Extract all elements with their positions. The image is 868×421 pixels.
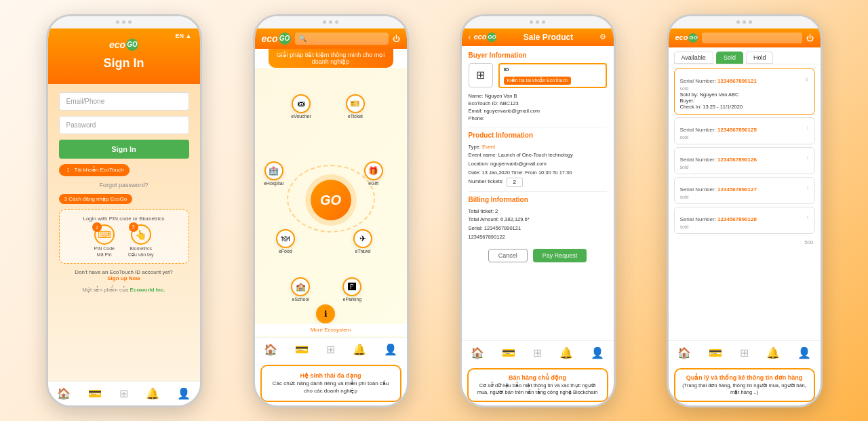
phone-4-topbar bbox=[669, 16, 821, 28]
product-details: Type: Event Event name: Launch of One-To… bbox=[469, 143, 607, 187]
cancel-button[interactable]: Cancel bbox=[488, 249, 528, 262]
phone-3-bottom-nav: 🏠 💳 ⊞ 🔔 👤 bbox=[462, 340, 614, 365]
p4-power-icon[interactable]: ⏻ bbox=[806, 34, 814, 42]
p3-desc-box: Bán hàng chủ động Cơ sở dữ liệu bảo mật … bbox=[467, 368, 608, 402]
phone-1-body: Email/Phone Password Sign In 1 Tài khoản… bbox=[48, 84, 200, 381]
pay-request-button[interactable]: Pay Request bbox=[533, 249, 587, 262]
phone-2-screen: eco GO 🔍 ⏻ Giải pháp tiết kiệm thông min… bbox=[255, 28, 407, 405]
node-evoucher[interactable]: 🎟 eVoucher bbox=[291, 94, 311, 119]
tab-available[interactable]: Available bbox=[674, 52, 713, 64]
nav-scan-4[interactable]: ⊞ bbox=[740, 346, 749, 359]
phone-2-topbar bbox=[255, 16, 407, 28]
taokoan-badge[interactable]: 1 Tài khoản EcoTouch bbox=[59, 164, 130, 176]
email-input[interactable]: Email/Phone bbox=[59, 92, 189, 111]
nav-bell-icon[interactable]: 🔔 bbox=[146, 387, 159, 400]
taokoan-label: Tài khoản EcoTouch bbox=[75, 167, 124, 173]
p1-logo: eco GO bbox=[109, 39, 138, 51]
forgot-password[interactable]: Forgot password? bbox=[59, 182, 189, 188]
nav-home-icon[interactable]: 🏠 bbox=[57, 387, 71, 400]
chevron-1: ∨ bbox=[804, 75, 809, 83]
node-efood[interactable]: 🍽 eFood bbox=[276, 229, 295, 254]
password-input[interactable]: Password bbox=[59, 116, 189, 134]
node-eticket[interactable]: 🎫 eTicket bbox=[346, 94, 365, 119]
p3-header: ‹ eco GO Sale Product ⚙ bbox=[462, 28, 614, 46]
buyer-info-title: Buyer Information bbox=[469, 52, 607, 59]
id-box: ID Kiểm tra tài khoản EcoTouch bbox=[498, 63, 607, 88]
verify-ecotouch-btn[interactable]: Kiểm tra tài khoản EcoTouch bbox=[504, 77, 571, 85]
buyer-details: Name: Nguyen Van B EcoTouch ID: ABC123 E… bbox=[469, 92, 607, 123]
p2-desc-text: Các chức năng dành riêng và miễn phí toà… bbox=[269, 380, 393, 395]
tickets-input[interactable] bbox=[507, 178, 523, 187]
nav-bell-icon-2[interactable]: 🔔 bbox=[353, 343, 366, 356]
chevron-5: › bbox=[806, 214, 808, 221]
p4-body: Available Sold Hold Serial Number: 12345… bbox=[669, 47, 821, 340]
qr-icon[interactable]: ⊞ bbox=[469, 63, 493, 87]
chevron-3: › bbox=[806, 154, 808, 161]
bio-label: Biometrics bbox=[130, 246, 152, 251]
serial-item-4[interactable]: Serial Number: 1234567890127 › sold bbox=[674, 177, 815, 204]
p2-search-icon: 🔍 bbox=[299, 35, 307, 42]
nav-wallet-4[interactable]: 💳 bbox=[709, 346, 722, 359]
nav-home-4[interactable]: 🏠 bbox=[677, 346, 691, 359]
p2-search-bar[interactable]: 🔍 bbox=[295, 33, 389, 45]
p3-body: Buyer Information ⊞ ID Kiểm tra tài khoả… bbox=[462, 46, 614, 340]
dot1 bbox=[116, 20, 119, 24]
bio-option: 3 👆 Biometrics Dấu vân tay bbox=[128, 224, 153, 258]
phone-4-bottom-nav: 🏠 💳 ⊞ 🔔 👤 bbox=[669, 340, 821, 365]
p3-back-btn[interactable]: ‹ bbox=[469, 33, 471, 42]
nav-bell-3[interactable]: 🔔 bbox=[559, 346, 573, 359]
p3-settings-icon[interactable]: ⚙ bbox=[599, 33, 606, 41]
buyer-info-row: ⊞ ID Kiểm tra tài khoản EcoTouch bbox=[469, 63, 607, 88]
id-label: ID bbox=[504, 66, 601, 73]
node-etravel[interactable]: ✈ eTravel bbox=[353, 229, 372, 254]
no-account-text: Don't have an EcoTouch ID account yet? S… bbox=[59, 269, 189, 281]
login-subtitle: Login with PIN code or Biometrics bbox=[83, 216, 164, 222]
pin-option: 2 ⌨ PIN Code Mã Pin bbox=[94, 224, 115, 257]
serial-item-3[interactable]: Serial Number: 1234567890126 › sold bbox=[674, 147, 815, 174]
nav-bell-4[interactable]: 🔔 bbox=[766, 346, 780, 359]
p3-desc-title: Bán hàng chủ động bbox=[475, 374, 600, 382]
nav-user-icon[interactable]: 👤 bbox=[177, 387, 191, 400]
nav-wallet-icon-2[interactable]: 💳 bbox=[295, 343, 309, 356]
phone-1-bottom-nav: 🏠 💳 ⊞ 🔔 👤 bbox=[48, 381, 200, 405]
serial-item-1[interactable]: Serial Number: 1234567890121 ∨ sold Sold… bbox=[674, 68, 815, 115]
nav-user-4[interactable]: 👤 bbox=[797, 346, 811, 359]
serial-item-5[interactable]: Serial Number: 1234567890128 › sold bbox=[674, 207, 815, 234]
sold-info-1: Sold by: Nguyen Van ABC Buyer: Check In:… bbox=[680, 92, 809, 110]
phone-2-ecosystem: eco GO 🔍 ⏻ Giải pháp tiết kiệm thông min… bbox=[253, 14, 409, 407]
nav-wallet-icon[interactable]: 💳 bbox=[88, 387, 102, 400]
node-egift[interactable]: 🎁 eGift bbox=[364, 161, 383, 186]
node-eparking[interactable]: 🅿 eParking bbox=[342, 277, 361, 302]
badge-num-1: 1 bbox=[64, 166, 73, 174]
serial-item-2[interactable]: Serial Number: 1234567890125 › sold bbox=[674, 117, 815, 144]
p3-desc-text: Cơ sở dữ liệu bảo mật thông tin và xác t… bbox=[475, 382, 600, 397]
p2-center-go: GO bbox=[311, 180, 351, 220]
phone-1-signin: EN ▲ eco GO Sign In Email/Phone Password… bbox=[46, 14, 202, 407]
more-ecosystem-btn[interactable]: More Ecosystem bbox=[255, 324, 407, 336]
nav-scan-3[interactable]: ⊞ bbox=[533, 346, 542, 359]
bio-icon: 3 👆 bbox=[131, 224, 151, 245]
product-info-title: Product Information bbox=[469, 132, 607, 139]
node-eschool[interactable]: 🏫 eSchool bbox=[291, 277, 310, 302]
nav-home-icon-2[interactable]: 🏠 bbox=[264, 343, 277, 356]
nav-user-3[interactable]: 👤 bbox=[591, 346, 604, 359]
nav-user-icon-2[interactable]: 👤 bbox=[384, 343, 397, 356]
p4-tabs: Available Sold Hold bbox=[669, 47, 821, 64]
p2-tagline: Giải pháp tiết kiệm thông minh cho mọi d… bbox=[269, 49, 393, 68]
three-ways-badge: 3 Cách đăng nhập EcoGo bbox=[59, 194, 133, 204]
nav-scan-icon-2[interactable]: ⊞ bbox=[326, 343, 335, 356]
nav-wallet-3[interactable]: 💳 bbox=[502, 346, 515, 359]
node-ehospital[interactable]: 🏥 eHospital bbox=[264, 161, 283, 186]
bio-badge: 3 bbox=[129, 222, 138, 232]
nav-home-3[interactable]: 🏠 bbox=[471, 346, 484, 359]
nav-scan-icon[interactable]: ⊞ bbox=[119, 387, 128, 400]
p2-ecosystem-map: GO 🎟 eVoucher 🎫 eTicket 🏥 eHospital 🎁 eG… bbox=[255, 68, 407, 337]
tab-hold[interactable]: Hold bbox=[746, 52, 774, 64]
p4-search-bar[interactable] bbox=[702, 33, 802, 43]
signin-button[interactable]: Sign In bbox=[59, 140, 189, 159]
signup-link[interactable]: Sign up Now bbox=[107, 275, 140, 281]
p2-power-icon[interactable]: ⏻ bbox=[393, 35, 400, 43]
tab-sold[interactable]: Sold bbox=[716, 52, 743, 64]
p1-signin-title: Sign In bbox=[104, 56, 144, 71]
p3-title: Sale Product bbox=[524, 33, 573, 42]
